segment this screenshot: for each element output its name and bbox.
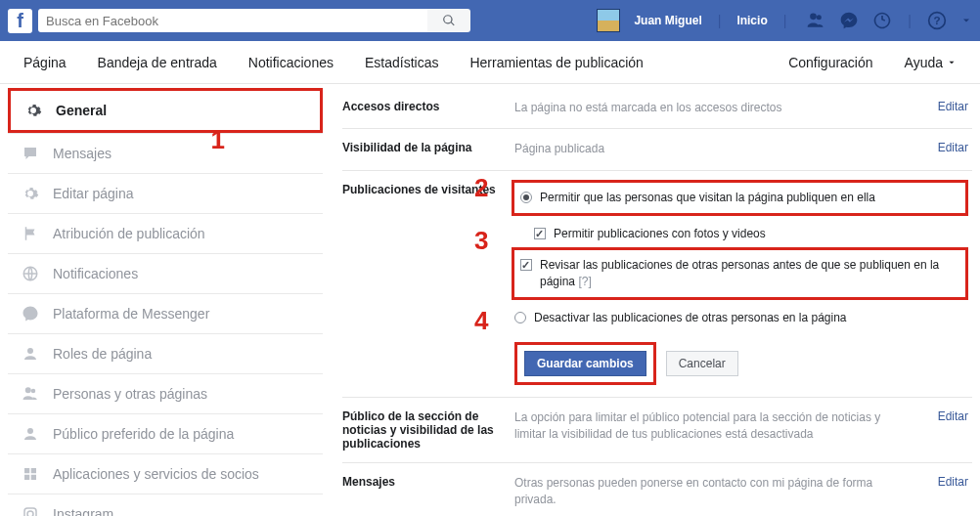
sidebar-item-label: Plataforma de Messenger <box>53 306 209 322</box>
profile-link[interactable]: Juan Miguel <box>628 14 707 27</box>
visitors-options: Permitir que las personas que visitan la… <box>514 183 972 385</box>
edit-link[interactable]: Editar <box>938 100 968 113</box>
option-media[interactable]: Permitir publicaciones con fotos y video… <box>514 222 968 246</box>
annotation-1: 1 <box>211 125 225 155</box>
sidebar-item-label: Público preferido de la página <box>53 426 234 442</box>
settings-main: Accesos directos La página no está marca… <box>342 88 972 516</box>
flag-icon <box>22 225 39 242</box>
sidebar-item-roles[interactable]: Roles de página <box>8 334 323 374</box>
annotation-2: 2 <box>474 173 488 203</box>
sidebar-item-publico[interactable]: Público preferido de la página <box>8 414 323 454</box>
svg-point-4 <box>27 511 33 516</box>
pagenav-help[interactable]: Ayuda <box>889 55 972 70</box>
chevron-down-icon[interactable] <box>960 11 972 30</box>
sidebar-item-label: Instagram <box>53 506 113 516</box>
option-disable[interactable]: Desactivar las publicaciones de otras pe… <box>514 306 968 330</box>
radio-icon[interactable] <box>520 192 532 203</box>
instagram-icon <box>22 505 39 516</box>
sidebar-item-personas[interactable]: Personas y otras páginas <box>8 374 323 414</box>
edit-link[interactable]: Editar <box>938 409 968 423</box>
sidebar-item-label: General <box>56 103 107 118</box>
search-input[interactable] <box>38 9 427 32</box>
divider: | <box>908 13 912 28</box>
sidebar-item-notificaciones[interactable]: Notificaciones <box>8 254 323 294</box>
row-value: La página no está marcada en los accesos… <box>514 100 972 116</box>
pagenav-item[interactable]: Bandeja de entrada <box>82 55 233 70</box>
pagenav-item[interactable]: Herramientas de publicación <box>454 55 658 70</box>
pagenav-item[interactable]: Notificaciones <box>233 55 349 70</box>
chevron-down-icon <box>947 58 957 67</box>
friend-requests-icon[interactable] <box>806 11 825 30</box>
sidebar-item-label: Atribución de publicación <box>53 226 205 241</box>
option-review[interactable]: Revisar las publicaciones de otras perso… <box>520 253 959 294</box>
highlight-box-2: Permitir que las personas que visitan la… <box>512 180 968 216</box>
people-icon <box>22 385 39 403</box>
row-label: Visibilidad de la página <box>342 141 514 154</box>
divider: | <box>783 13 787 28</box>
sidebar-item-atribucion[interactable]: Atribución de publicación <box>8 214 323 254</box>
checkbox-icon[interactable] <box>520 259 532 271</box>
highlight-box-3: Revisar las publicaciones de otras perso… <box>512 247 968 300</box>
gear-icon <box>22 185 39 202</box>
row-visibility: Visibilidad de la página Página publicad… <box>342 129 972 170</box>
avatar[interactable] <box>597 9 620 32</box>
sidebar-item-label: Roles de página <box>53 346 152 362</box>
sidebar-item-label: Mensajes <box>53 146 111 161</box>
row-label: Publicaciones de visitantes <box>342 183 514 196</box>
messenger-icon <box>22 305 39 322</box>
row-value: Página publicada <box>514 141 972 157</box>
option-label: Revisar las publicaciones de otras perso… <box>540 257 959 290</box>
sidebar-item-instagram[interactable]: Instagram <box>8 494 323 516</box>
globe-icon <box>22 265 39 282</box>
nav-icons: | ? <box>806 11 972 30</box>
search-button[interactable] <box>427 9 470 32</box>
save-button[interactable]: Guardar cambios <box>524 351 646 376</box>
edit-link[interactable]: Editar <box>938 475 968 489</box>
search-icon <box>442 14 456 27</box>
sidebar-item-label: Aplicaciones y servicios de socios <box>53 466 259 482</box>
row-label: Accesos directos <box>342 100 514 113</box>
help-icon[interactable]: ? <box>927 11 947 30</box>
facebook-logo[interactable]: f <box>8 9 32 33</box>
help-icon[interactable]: [?] <box>578 275 591 288</box>
row-label: Público de la sección de noticias y visi… <box>342 409 514 451</box>
row-messages: Mensajes Otras personas pueden ponerse e… <box>342 463 972 516</box>
sidebar-item-apps[interactable]: Aplicaciones y servicios de socios <box>8 454 323 494</box>
row-label: Mensajes <box>342 475 514 489</box>
edit-link[interactable]: Editar <box>938 141 968 154</box>
sidebar-item-messenger[interactable]: Plataforma de Messenger <box>8 294 323 334</box>
option-label: Permitir publicaciones con fotos y video… <box>554 226 968 242</box>
pagenav-item[interactable]: Estadísticas <box>349 55 454 70</box>
search-wrap <box>38 9 470 32</box>
pagenav-config[interactable]: Configuración <box>773 55 888 70</box>
option-label: Permitir que las personas que visitan la… <box>540 190 959 206</box>
row-shortcuts: Accesos directos La página no está marca… <box>342 88 972 129</box>
highlight-box-4: Guardar cambios <box>514 342 656 385</box>
radio-icon[interactable] <box>514 312 526 323</box>
pagenav-item[interactable]: Página <box>8 55 82 70</box>
cancel-button[interactable]: Cancelar <box>666 351 738 376</box>
svg-text:?: ? <box>933 14 940 26</box>
sidebar-item-general[interactable]: General <box>8 88 323 134</box>
top-navbar: f Juan Miguel | Inicio | | ? <box>0 0 980 41</box>
sidebar-item-label: Notificaciones <box>53 266 138 281</box>
pagenav: Página Bandeja de entrada Notificaciones… <box>0 41 980 84</box>
sidebar-item-editar[interactable]: Editar página <box>8 174 323 214</box>
row-audience: Público de la sección de noticias y visi… <box>342 398 972 463</box>
row-value: La opción para limitar el público potenc… <box>514 409 972 444</box>
pagenav-help-label: Ayuda <box>905 55 943 70</box>
option-allow[interactable]: Permitir que las personas que visitan la… <box>520 186 959 210</box>
annotation-4: 4 <box>474 306 488 336</box>
home-link[interactable]: Inicio <box>731 14 773 27</box>
action-row: Guardar cambios Cancelar <box>514 342 968 385</box>
messenger-icon[interactable] <box>839 11 859 30</box>
checkbox-icon[interactable] <box>534 228 546 239</box>
sidebar-item-label: Editar página <box>53 186 134 201</box>
divider: | <box>718 13 722 28</box>
layout: 1 General Mensajes Editar página Atribuc… <box>0 84 980 516</box>
apps-icon <box>22 465 39 483</box>
row-value: Otras personas pueden ponerse en contact… <box>514 475 972 509</box>
notifications-icon[interactable] <box>872 11 892 30</box>
sidebar: 1 General Mensajes Editar página Atribuc… <box>8 88 323 516</box>
sidebar-item-mensajes[interactable]: Mensajes <box>8 134 323 174</box>
